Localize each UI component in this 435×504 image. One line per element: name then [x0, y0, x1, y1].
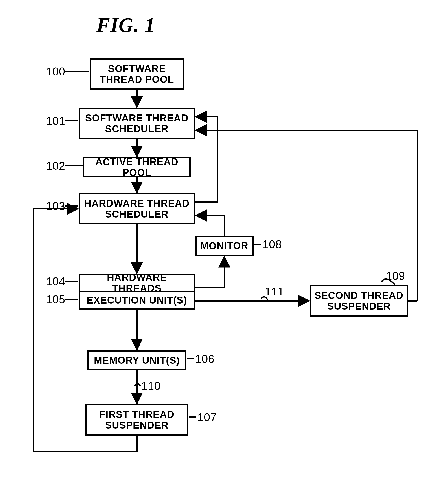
ref-101: 101	[46, 115, 65, 127]
ref-100: 100	[46, 65, 65, 78]
block-hardware-threads: HARDWARE THREADS	[78, 274, 195, 292]
block-software-thread-scheduler: SOFTWARE THREADSCHEDULER	[78, 108, 195, 139]
ref-103: 103	[46, 200, 65, 213]
block-second-thread-suspender: SECOND THREADSUSPENDER	[310, 285, 408, 316]
block-hardware-thread-scheduler: HARDWARE THREADSCHEDULER	[78, 193, 195, 225]
figure-title: FIG. 1	[96, 13, 155, 36]
ref-105: 105	[46, 293, 65, 306]
block-active-thread-pool: ACTIVE THREAD POOL	[83, 157, 191, 177]
block-monitor: MONITOR	[195, 236, 253, 256]
ref-102: 102	[46, 159, 65, 172]
block-memory-units: MEMORY UNIT(S)	[87, 350, 186, 370]
block-first-thread-suspender: FIRST THREADSUSPENDER	[85, 404, 188, 436]
block-execution-units: EXECUTION UNIT(S)	[78, 292, 195, 310]
block-software-thread-pool: SOFTWARETHREAD POOL	[90, 58, 184, 90]
ref-107: 107	[197, 411, 217, 424]
ref-106: 106	[195, 352, 215, 366]
ref-111: 111	[265, 285, 284, 298]
ref-109: 109	[386, 270, 405, 282]
ref-110: 110	[141, 379, 161, 392]
ref-108: 108	[262, 238, 282, 251]
ref-104: 104	[46, 275, 65, 288]
diagram-page: { "figure": { "title": "FIG. 1" }, "bloc…	[0, 0, 435, 504]
